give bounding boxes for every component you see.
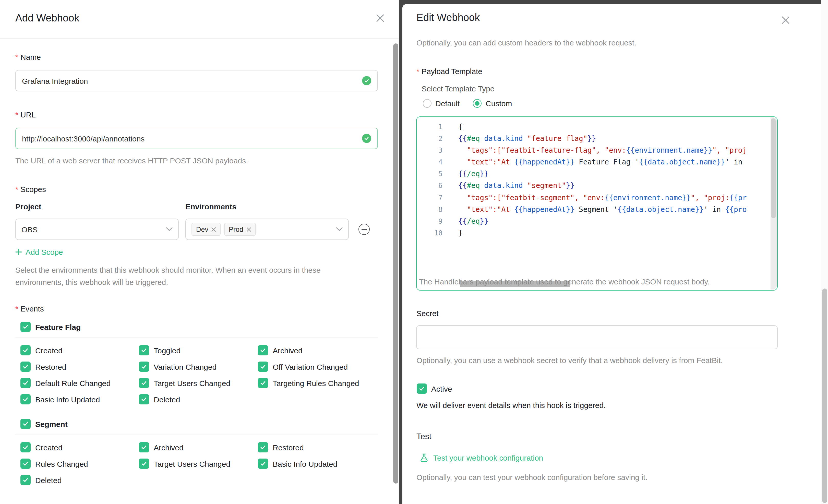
event-checkbox[interactable] [258, 362, 268, 372]
editor-code[interactable]: {{{#eq data.kind "feature flag"}} "tags"… [458, 121, 770, 290]
code-line: "tags":["featbit-segment", "env:{{enviro… [458, 192, 770, 204]
event-checkbox-item[interactable]: Variation Changed [139, 362, 258, 372]
event-checkbox-item[interactable]: Archived [258, 345, 378, 355]
event-checkbox-item[interactable]: Created [20, 345, 139, 355]
line-number: 1 [416, 121, 443, 133]
radio-default[interactable]: Default [422, 99, 460, 108]
event-checkbox[interactable] [139, 345, 149, 355]
event-group-name: Segment [35, 419, 68, 428]
project-label: Project [15, 202, 41, 211]
close-icon[interactable] [376, 14, 384, 23]
template-type-label: Select Template Type [421, 84, 495, 93]
test-webhook-link[interactable]: Test your webhook configuration [419, 453, 543, 463]
event-checkbox-item[interactable]: Rules Changed [20, 459, 139, 469]
close-icon[interactable] [781, 16, 790, 25]
event-label: Target Users Changed [154, 379, 230, 387]
active-label: Active [431, 384, 452, 393]
event-group-checkbox[interactable] [20, 322, 31, 332]
valid-check-icon [362, 76, 371, 85]
event-checkbox[interactable] [139, 394, 149, 405]
payload-template-label: Payload Template [416, 67, 482, 76]
event-checkbox-item[interactable]: Basic Info Updated [258, 459, 378, 469]
remove-scope-button[interactable] [359, 224, 370, 235]
payload-code-editor[interactable]: 12345678910 {{{#eq data.kind "feature fl… [416, 117, 778, 291]
event-label: Deleted [35, 476, 61, 484]
event-checkbox-item[interactable]: Target Users Changed [139, 459, 258, 469]
event-checkbox[interactable] [20, 378, 31, 388]
project-select[interactable]: OBS [15, 218, 179, 240]
radio-custom[interactable]: Custom [473, 99, 512, 108]
environment-tag[interactable]: Prod [224, 223, 256, 236]
environments-select[interactable]: DevProd [185, 218, 349, 240]
event-row: CreatedToggledArchived [15, 342, 378, 359]
event-label: Rules Changed [35, 459, 88, 468]
scopes-label: Scopes [15, 185, 46, 194]
url-field [15, 128, 378, 149]
event-row: RestoredVariation ChangedOff Variation C… [15, 359, 378, 375]
event-checkbox[interactable] [20, 345, 31, 355]
secret-help-text: Optionally, you can use a webhook secret… [416, 354, 784, 367]
event-checkbox[interactable] [139, 442, 149, 453]
environment-tag[interactable]: Dev [192, 223, 220, 236]
event-checkbox[interactable] [20, 459, 31, 469]
event-label: Targeting Rules Changed [273, 379, 359, 387]
event-checkbox[interactable] [258, 378, 268, 388]
event-group-checkbox[interactable] [20, 419, 31, 429]
left-modal-scrollbar[interactable] [393, 43, 398, 484]
event-checkbox-item[interactable]: Default Rule Changed [20, 378, 139, 388]
project-select-value: OBS [22, 225, 38, 234]
event-checkbox-item[interactable]: Restored [258, 442, 378, 453]
event-checkbox[interactable] [139, 362, 149, 372]
headers-help-text: Optionally, you can add custom headers t… [416, 37, 810, 49]
url-label: URL [15, 110, 36, 119]
name-input[interactable] [15, 70, 378, 91]
event-checkbox[interactable] [139, 378, 149, 388]
event-checkbox-item[interactable]: Deleted [20, 475, 139, 485]
event-checkbox[interactable] [258, 442, 268, 453]
event-label: Basic Info Updated [273, 459, 337, 468]
event-checkbox-item[interactable]: Created [20, 442, 139, 453]
event-checkbox-item[interactable]: Deleted [139, 394, 258, 405]
environments-label: Environments [185, 202, 237, 211]
environments-select-tags: DevProd [192, 223, 256, 236]
page-scrollbar[interactable] [821, 0, 828, 504]
event-checkbox-item[interactable]: Toggled [139, 345, 258, 355]
add-webhook-title: Add Webhook [15, 12, 79, 24]
event-checkbox[interactable] [258, 459, 268, 469]
test-webhook-link-label: Test your webhook configuration [433, 454, 543, 462]
event-checkbox[interactable] [139, 459, 149, 469]
line-number: 2 [416, 133, 443, 144]
event-label: Target Users Changed [154, 459, 230, 468]
event-checkbox[interactable] [258, 345, 268, 355]
event-label: Basic Info Updated [35, 395, 100, 404]
event-checkbox-item[interactable]: Basic Info Updated [20, 394, 139, 405]
active-checkbox-item[interactable]: Active [416, 383, 452, 394]
editor-vertical-scrollbar[interactable] [770, 118, 777, 290]
event-checkbox-item[interactable]: Targeting Rules Changed [258, 378, 378, 388]
event-group: Feature FlagCreatedToggledArchivedRestor… [15, 319, 378, 408]
code-line: {{#eq data.kind "feature flag"}} [458, 133, 770, 144]
edit-webhook-dialog: Edit Webhook Optionally, you can add cus… [402, 4, 828, 504]
event-group-header: Feature Flag [15, 319, 378, 338]
chevron-down-icon [336, 227, 343, 231]
remove-tag-icon[interactable] [246, 227, 251, 232]
radio-default-label: Default [435, 99, 460, 108]
add-scope-button[interactable]: Add Scope [15, 248, 63, 256]
event-checkbox-item[interactable]: Off Variation Changed [258, 362, 378, 372]
url-input[interactable] [15, 128, 378, 149]
active-checkbox[interactable] [416, 383, 427, 394]
event-checkbox-item[interactable]: Target Users Changed [139, 378, 258, 388]
page-scrollbar-thumb[interactable] [822, 289, 827, 503]
chevron-down-icon [166, 227, 173, 231]
event-checkbox[interactable] [20, 362, 31, 372]
event-label: Archived [154, 443, 183, 452]
event-checkbox[interactable] [20, 475, 31, 485]
secret-input[interactable] [416, 325, 778, 349]
event-checkbox[interactable] [20, 442, 31, 453]
event-checkbox-item[interactable]: Restored [20, 362, 139, 372]
event-checkbox-item[interactable]: Archived [139, 442, 258, 453]
remove-tag-icon[interactable] [211, 227, 216, 232]
line-number: 4 [416, 157, 443, 168]
valid-check-icon [362, 134, 371, 143]
event-checkbox[interactable] [20, 394, 31, 405]
